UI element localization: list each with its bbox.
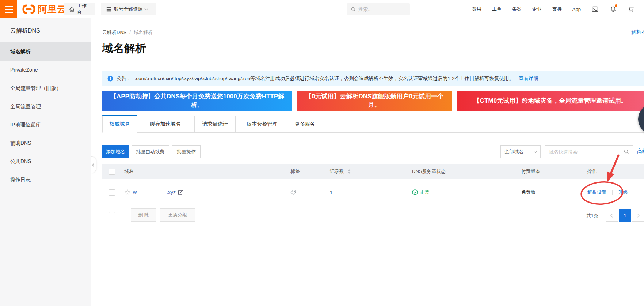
breadcrumb-current: 域名解析 [134, 29, 153, 36]
domain-name-link[interactable]: w .xyz [133, 189, 176, 195]
tab-authoritative-domains[interactable]: 权威域名 [102, 115, 137, 133]
menu-app[interactable]: App [572, 7, 581, 12]
sidebar-item-operation-log[interactable]: 操作日志 [0, 170, 91, 189]
home-icon [69, 7, 75, 12]
notifications-bell-icon[interactable] [609, 5, 617, 13]
clipped-top-right-link[interactable]: 解析不生效 [631, 29, 644, 35]
add-domain-button[interactable]: 添加域名 [102, 145, 129, 158]
sidebar-item-public-dns[interactable]: 公共DNS [0, 152, 91, 170]
topbar: 阿里云 工作台 账号全部资源 费用 工单 备案 [0, 0, 644, 18]
breadcrumb-separator: / [129, 29, 131, 36]
chevron-right-icon [636, 214, 640, 217]
workbench-button[interactable]: 工作台 [64, 3, 95, 15]
sidebar-item-privatezone[interactable]: PrivateZone [0, 61, 91, 79]
tag-icon[interactable] [290, 189, 296, 195]
select-all-checkbox[interactable] [109, 169, 115, 175]
pagination-next-button[interactable] [632, 209, 644, 222]
record-count: 1 [330, 179, 332, 205]
header-tag: 标签 [290, 164, 300, 179]
favorite-star-icon[interactable] [124, 189, 131, 196]
sidebar-collapse-handle[interactable] [91, 156, 96, 173]
topbar-menu: 费用 工单 备案 企业 支持 App [472, 0, 635, 18]
plan-value: 免费版 [521, 179, 536, 205]
footer-checkbox[interactable] [109, 212, 115, 218]
search-icon [351, 7, 356, 12]
menu-ticket[interactable]: 工单 [492, 6, 502, 12]
menu-support[interactable]: 支持 [552, 6, 562, 12]
row-checkbox[interactable] [109, 189, 115, 196]
aliyun-logo-icon [22, 4, 36, 15]
batch-operations-button[interactable]: 批量操作 [172, 145, 201, 158]
tab-plan-management[interactable]: 版本套餐管理 [240, 116, 284, 133]
header-plan: 付费版本 [521, 164, 540, 179]
edit-domain-icon[interactable] [178, 190, 183, 195]
domain-redacted-area [137, 189, 167, 195]
upgrade-link[interactable]: 升级 [618, 189, 628, 196]
tab-cache-acceleration[interactable]: 缓存加速域名 [141, 116, 190, 133]
workbench-label: 工作台 [77, 3, 89, 16]
sidebar-item-ip-geo[interactable]: IP地理位置库 [0, 116, 91, 134]
menu-enterprise[interactable]: 企业 [532, 6, 542, 12]
domain-quick-search[interactable] [545, 145, 633, 158]
chevron-down-icon [534, 150, 537, 153]
announcement-detail-link[interactable]: 查看详细 [519, 75, 538, 82]
sort-icons[interactable] [348, 169, 351, 174]
menu-icp[interactable]: 备案 [512, 6, 522, 12]
pagination-prev-button[interactable] [606, 209, 618, 222]
aliyun-logo-text: 阿里云 [38, 3, 66, 15]
chevron-down-icon [145, 7, 148, 11]
header-actions: 操作 [587, 164, 597, 179]
promo-banner-dns-trial[interactable]: 【0元试用】云解析DNS旗舰版新用户0元试用一个月。 [297, 91, 452, 111]
breadcrumb: 云解析DNS / 域名解析 [102, 29, 153, 36]
global-search-input[interactable] [358, 7, 402, 12]
promo-banner-gtm-trial[interactable]: 【GTM0元试用】跨地域灾备，全局流量管理邀请试用。 [457, 91, 644, 111]
cloud-shell-icon[interactable] [591, 5, 599, 13]
page-title: 域名解析 [102, 41, 146, 56]
pagination-page-1[interactable]: 1 [619, 209, 631, 222]
sidebar-item-secondary-dns[interactable]: 辅助DNS [0, 134, 91, 152]
delete-button[interactable]: 删 除 [131, 208, 156, 222]
header-domain: 域名 [124, 164, 134, 179]
menu-fee[interactable]: 费用 [472, 6, 481, 12]
tab-request-statistics[interactable]: 请求量统计 [194, 116, 236, 133]
cart-icon[interactable] [627, 5, 635, 13]
hamburger-menu-button[interactable] [0, 0, 17, 18]
tab-more-services[interactable]: 更多服务 [289, 116, 321, 133]
table-row: w .xyz 1 正常 免费版 解析设置 升 [102, 179, 644, 205]
breadcrumb-root[interactable]: 云解析DNS [102, 29, 126, 36]
chevron-left-icon [611, 214, 614, 217]
info-icon [107, 76, 113, 82]
domain-search-input[interactable] [549, 149, 624, 155]
sidebar-title: 云解析DNS [0, 18, 91, 42]
announcement-label: 公告： [117, 75, 132, 82]
table-header: 域名 标签 记录数 DNS服务器状态 付费版本 操作 [102, 164, 644, 179]
search-icon[interactable] [624, 149, 629, 155]
header-dns-status: DNS服务器状态 [412, 164, 446, 179]
global-search[interactable] [347, 3, 410, 15]
sidebar: 云解析DNS 域名解析 PrivateZone 全局流量管理（旧版） 全局流量管… [0, 18, 91, 306]
aliyun-logo[interactable]: 阿里云 [22, 0, 66, 18]
announcement-text: .com/.net/.cn/.xin/.top/.xyz/.vip/.club/… [135, 75, 514, 82]
domain-filter-select[interactable]: 全部域名 [500, 145, 541, 158]
batch-auto-renew-button[interactable]: 批量自动续费 [132, 145, 169, 158]
promo-banner-text: 【0元试用】云解析DNS旗舰版新用户0元试用一个月。 [303, 92, 446, 109]
domain-suffix: .xyz [167, 189, 176, 195]
header-records: 记录数 [330, 164, 351, 179]
promo-banner-app-antihijack[interactable]: 【APP防劫持】公共DNS每个月免费送您1000万次免费HTTP解析。 [102, 91, 292, 111]
promo-banner-text: 【GTM0元试用】跨地域灾备，全局流量管理邀请试用。 [473, 97, 627, 105]
change-group-button[interactable]: 更换分组 [160, 208, 195, 222]
account-resources-button[interactable]: 账号全部资源 [101, 3, 156, 15]
divider [634, 190, 634, 195]
aliyun-dns-console: 阿里云 工作台 账号全部资源 费用 工单 备案 [0, 0, 644, 306]
total-count: 共1条 [586, 212, 598, 219]
header-records-label: 记录数 [330, 168, 344, 175]
sidebar-item-gtm-legacy[interactable]: 全局流量管理（旧版） [0, 79, 91, 97]
notification-dot [615, 4, 617, 7]
domain-prefix: w [133, 189, 137, 195]
clipped-advanced-search-link[interactable]: 高级搜索 [637, 148, 644, 155]
sidebar-item-gtm[interactable]: 全局流量管理 [0, 97, 91, 116]
resolution-settings-link[interactable]: 解析设置 [587, 189, 606, 196]
sidebar-item-domain-resolution[interactable]: 域名解析 [0, 42, 91, 61]
domain-filter-value: 全部域名 [504, 148, 523, 155]
check-circle-icon [412, 189, 418, 195]
